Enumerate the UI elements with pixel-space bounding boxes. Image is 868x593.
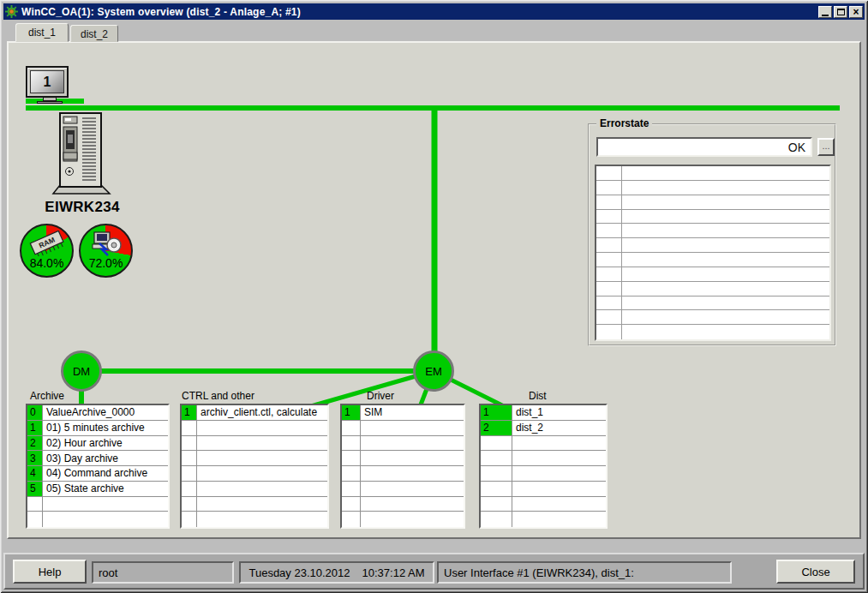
errorstate-text-cell (622, 282, 829, 296)
table-row[interactable] (481, 451, 606, 466)
errorstate-browse-button[interactable]: ... (817, 138, 835, 156)
errorstate-index-cell (596, 210, 622, 224)
errorstate-row[interactable] (596, 267, 829, 282)
table-row[interactable] (481, 466, 606, 482)
row-index-cell (27, 497, 43, 512)
table-row[interactable] (342, 436, 464, 452)
table-row[interactable]: 1archiv_client.ctl, calculate (182, 405, 327, 421)
ui-monitor-icon[interactable]: 1 (26, 66, 74, 104)
row-index-cell (342, 436, 361, 451)
errorstate-row[interactable] (596, 166, 829, 181)
row-index-cell (342, 497, 361, 512)
row-text-cell (361, 497, 464, 512)
errorstate-row[interactable] (596, 296, 829, 311)
table-row[interactable] (342, 482, 464, 497)
table-row[interactable] (182, 482, 327, 497)
row-index-cell: 1 (342, 405, 361, 420)
errorstate-status-field[interactable]: OK (596, 137, 812, 157)
minimize-icon (822, 15, 829, 16)
row-text-cell (361, 482, 464, 496)
table-row[interactable] (342, 451, 464, 466)
table-row[interactable] (182, 497, 327, 512)
ctrl-table-label: CTRL and other (182, 390, 254, 402)
app-window: WinCC_OA(1): System overview (dist_2 - A… (0, 0, 868, 593)
table-row[interactable]: 0ValueArchive_0000 (27, 405, 168, 421)
dist-table[interactable]: 1dist_12dist_2 (479, 404, 608, 529)
table-row[interactable]: 1SIM (342, 405, 464, 421)
errorstate-text-cell (622, 267, 829, 281)
table-row[interactable] (182, 436, 327, 452)
errorstate-row[interactable] (596, 325, 829, 339)
errorstate-row[interactable] (596, 181, 829, 195)
row-index-cell (182, 497, 197, 512)
table-row[interactable] (27, 497, 168, 512)
row-index-cell: 3 (27, 451, 43, 465)
ram-chip-icon: RAM (21, 231, 72, 256)
row-text-cell (43, 512, 168, 527)
table-row[interactable]: 404) Command archive (27, 466, 168, 482)
table-row[interactable]: 303) Day archive (27, 451, 168, 466)
errorstate-row[interactable] (596, 253, 829, 267)
ctrl-table[interactable]: 1archiv_client.ctl, calculate (180, 404, 329, 529)
tab-dist-2[interactable]: dist_2 (70, 25, 118, 42)
errorstate-row[interactable] (596, 224, 829, 238)
driver-table[interactable]: 1SIM (340, 404, 465, 529)
errorstate-table[interactable] (595, 165, 831, 341)
table-row[interactable] (481, 436, 606, 452)
archive-table-label: Archive (30, 390, 64, 402)
event-manager-node[interactable]: EM (413, 350, 454, 392)
footer-bar: Help root Tuesday 23.10.201210:37:12 AM … (3, 553, 865, 590)
errorstate-index-cell (596, 282, 622, 296)
user-field[interactable]: root (92, 561, 234, 584)
row-index-cell (182, 512, 197, 527)
row-index-cell (342, 482, 361, 496)
close-button[interactable]: Close (776, 560, 855, 584)
table-row[interactable] (342, 497, 464, 512)
maximize-button[interactable] (834, 6, 847, 18)
row-index-cell (182, 451, 197, 465)
table-row[interactable]: 505) State archive (27, 482, 168, 497)
table-row[interactable] (481, 497, 606, 512)
archive-table[interactable]: 0ValueArchive_0000101) 5 minutes archive… (26, 404, 170, 529)
errorstate-row[interactable] (596, 282, 829, 296)
table-row[interactable]: 1dist_1 (481, 405, 606, 421)
tab-dist-1[interactable]: dist_1 (15, 23, 69, 42)
table-row[interactable] (182, 466, 327, 482)
table-row[interactable]: 101) 5 minutes archive (27, 421, 168, 436)
table-row[interactable] (182, 451, 327, 466)
table-row[interactable]: 202) Hour archive (27, 436, 168, 452)
errorstate-row[interactable] (596, 195, 829, 210)
table-row[interactable] (27, 512, 168, 527)
close-icon: × (853, 7, 859, 17)
row-text-cell: 02) Hour archive (43, 436, 168, 451)
minimize-button[interactable] (818, 6, 832, 18)
help-button[interactable]: Help (13, 560, 87, 584)
table-row[interactable] (182, 421, 327, 436)
errorstate-group: Errorstate OK ... (588, 123, 836, 346)
server-tower-icon[interactable] (46, 111, 115, 199)
memory-usage-value: 84.0% (21, 256, 72, 270)
table-row[interactable] (342, 512, 464, 527)
errorstate-title: Errorstate (596, 117, 652, 129)
data-manager-node[interactable]: DM (61, 350, 102, 392)
row-index-cell (342, 421, 361, 435)
table-row[interactable] (342, 466, 464, 482)
table-row[interactable] (342, 421, 464, 436)
table-row[interactable] (481, 512, 606, 527)
row-index-cell (182, 436, 197, 451)
app-gear-icon (5, 5, 18, 18)
table-row[interactable] (481, 482, 606, 497)
errorstate-row[interactable] (596, 310, 829, 325)
row-text-cell (361, 436, 464, 451)
row-text-cell: SIM (361, 405, 464, 420)
row-text-cell (361, 512, 464, 527)
errorstate-row[interactable] (596, 210, 829, 225)
table-row[interactable] (182, 512, 327, 527)
close-window-button[interactable]: × (849, 6, 863, 18)
monitor-base (37, 101, 63, 104)
row-text-cell (197, 451, 327, 465)
row-index-cell: 1 (481, 405, 512, 420)
table-row[interactable]: 2dist_2 (481, 421, 606, 436)
errorstate-row[interactable] (596, 238, 829, 253)
load-usage-pie: 72.0% (79, 224, 133, 278)
